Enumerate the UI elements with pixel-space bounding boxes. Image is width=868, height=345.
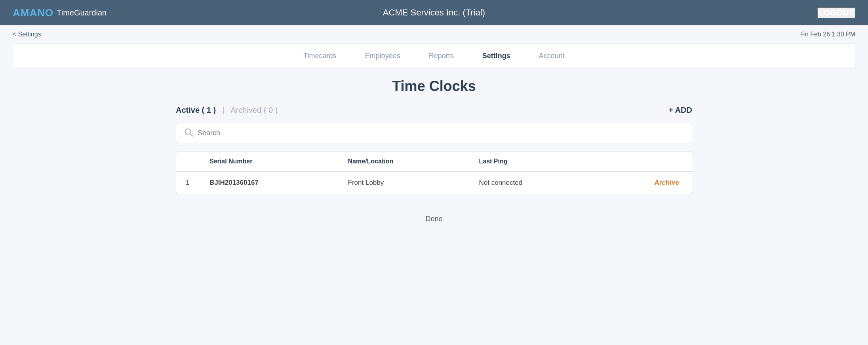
table-header: Serial Number Name/Location Last Ping	[176, 152, 692, 172]
row-action: Archive	[596, 172, 692, 194]
logo-amano: AMANO	[13, 7, 53, 19]
done-button[interactable]: Done	[425, 215, 442, 223]
time-clocks-table: Serial Number Name/Location Last Ping 1 …	[176, 151, 692, 194]
table-row: 1 BJIH201360167 Front Lobby Not connecte…	[176, 172, 692, 194]
datetime: Fri Feb 26 1:30 PM	[801, 31, 855, 38]
nav-bar: Timecards Employees Reports Settings Acc…	[13, 44, 855, 68]
app-header: AMANO TimeGuardian ACME Services Inc. (T…	[0, 0, 868, 25]
row-num: 1	[176, 172, 200, 194]
row-location: Front Lobby	[339, 172, 470, 194]
row-ping: Not connected	[470, 172, 597, 194]
add-button[interactable]: + ADD	[668, 106, 692, 115]
table-body: 1 BJIH201360167 Front Lobby Not connecte…	[176, 172, 692, 194]
search-box	[176, 123, 692, 143]
back-link[interactable]: < Settings	[13, 31, 41, 38]
archive-button[interactable]: Archive	[655, 179, 679, 187]
col-header-ping: Last Ping	[470, 152, 597, 172]
tabs-row: Active ( 1 ) | Archived ( 0 ) + ADD	[176, 106, 692, 115]
main-content: Time Clocks Active ( 1 ) | Archived ( 0 …	[157, 78, 711, 239]
tab-active[interactable]: Active ( 1 )	[176, 106, 216, 115]
row-serial: BJIH201360167	[200, 172, 339, 194]
logout-button[interactable]: LOGOUT	[817, 8, 855, 18]
sub-header: < Settings Fri Feb 26 1:30 PM	[0, 25, 868, 44]
tab-archived[interactable]: Archived ( 0 )	[230, 106, 278, 115]
page-title: Time Clocks	[176, 78, 692, 95]
logo-timeguardian: TimeGuardian	[57, 8, 107, 17]
col-header-serial: Serial Number	[200, 152, 339, 172]
col-header-action	[596, 152, 692, 172]
svg-line-1	[190, 134, 192, 136]
nav-timecards[interactable]: Timecards	[289, 44, 350, 68]
search-input[interactable]	[198, 129, 684, 137]
tab-divider: |	[222, 106, 224, 115]
col-header-num	[176, 152, 200, 172]
nav-employees[interactable]: Employees	[351, 44, 415, 68]
col-header-location: Name/Location	[339, 152, 470, 172]
tabs-left: Active ( 1 ) | Archived ( 0 )	[176, 106, 278, 115]
done-section: Done	[176, 207, 692, 239]
nav-account[interactable]: Account	[525, 44, 579, 68]
search-icon	[184, 128, 193, 138]
company-title: ACME Services Inc. (Trial)	[383, 8, 485, 18]
logo: AMANO TimeGuardian	[13, 7, 107, 19]
nav-reports[interactable]: Reports	[415, 44, 468, 68]
nav-settings[interactable]: Settings	[468, 44, 525, 68]
table: Serial Number Name/Location Last Ping 1 …	[176, 152, 692, 194]
